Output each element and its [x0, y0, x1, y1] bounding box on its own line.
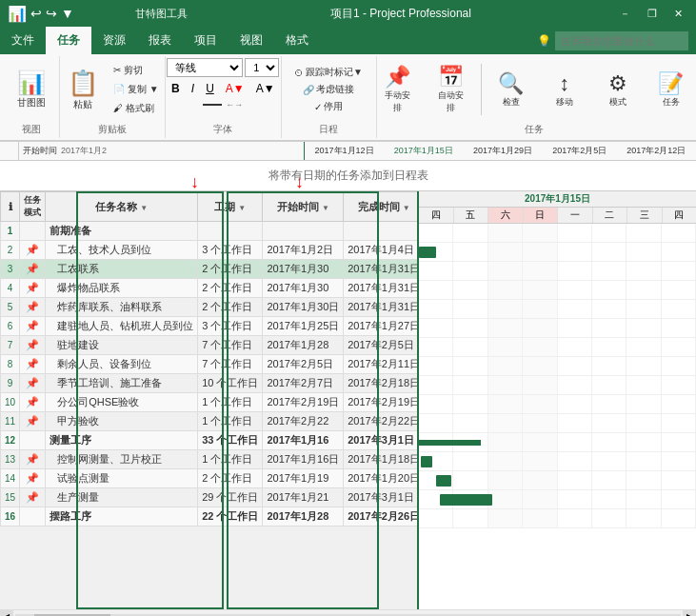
task-name-cell[interactable]: 剩余人员、设备到位 [46, 355, 198, 374]
tab-resource[interactable]: 资源 [91, 27, 137, 54]
cut-button[interactable]: ✂ 剪切 [109, 62, 163, 79]
task-name-cell[interactable]: 控制网测量、卫片校正 [46, 450, 198, 469]
task-name-cell[interactable]: 炸药库联系、油料联系 [46, 298, 198, 317]
table-row[interactable]: 3 📌 工农联系 2 个工作日 2017年1月30 2017年1月31日 [1, 260, 420, 279]
scroll-right-button[interactable]: ▶ [683, 610, 696, 617]
scroll-left-button[interactable]: ◀ [0, 610, 13, 617]
table-row[interactable]: 16 摆路工序 22 个工作日 2017年1月28 2017年2月26日 [1, 507, 420, 527]
task-name-cell[interactable]: 测量工序 [46, 431, 198, 450]
tell-me-input[interactable] [555, 31, 688, 50]
task-button[interactable]: 📝 任务 [647, 67, 695, 113]
links-button[interactable]: 🔗 考虑链接 [303, 83, 354, 96]
font-color-button[interactable]: A▼ [221, 80, 249, 97]
group-schedule: ⏲ 跟踪时标记▼ 🔗 考虑链接 ✓ 停用 日程 [282, 56, 377, 138]
task-name-cell[interactable]: 前期准备 [46, 222, 198, 241]
highlight-button[interactable]: A▼ [251, 80, 280, 97]
gantt-day-thu2: 四 [663, 208, 697, 223]
restore-button[interactable]: ❐ [642, 6, 663, 22]
task-name-cell[interactable]: 季节工培训、施工准备 [46, 374, 198, 393]
table-row[interactable]: 4 📌 爆炸物品联系 2 个工作日 2017年1月30 2017年1月31日 [1, 279, 420, 298]
task-duration-cell: 10 个工作日 [198, 374, 263, 393]
font-size-select[interactable]: 11 [245, 58, 279, 77]
task-name-cell[interactable]: 摆路工序 [46, 507, 198, 527]
schedule-content: ⏲ 跟踪时标记▼ 🔗 考虑链接 ✓ 停用 [294, 58, 363, 121]
col-name[interactable]: 任务名称 ▼ [46, 192, 198, 222]
task-mode-cell: 📌 [20, 374, 46, 393]
italic-button[interactable]: I [187, 80, 199, 97]
row-num: 2 [1, 241, 20, 260]
mode-button[interactable]: ⚙ 模式 [594, 67, 642, 113]
gantt-bar [419, 440, 481, 446]
task-name-cell[interactable]: 分公司QHSE验收 [46, 393, 198, 412]
auto-schedule-button[interactable]: 📅 自动安排 [428, 60, 475, 119]
task-start-cell: 2017年1月21 [263, 488, 344, 507]
track-button[interactable]: ⏲ 跟踪时标记▼ [294, 66, 363, 79]
task-duration-cell: 2 个工作日 [198, 279, 263, 298]
gantt-row [419, 224, 696, 243]
task-duration-cell: 2 个工作日 [198, 260, 263, 279]
format-painter-button[interactable]: 🖌 格式刷 [109, 100, 163, 117]
task-name-cell[interactable]: 生产测量 [46, 488, 198, 507]
redo-button[interactable]: ↪ [46, 6, 57, 21]
table-row[interactable]: 9 📌 季节工培训、施工准备 10 个工作日 2017年2月7日 2017年2月… [1, 374, 420, 393]
gantt-view-button[interactable]: 📊 甘图图 [8, 65, 55, 114]
underline-button[interactable]: U [201, 80, 219, 97]
row-num: 9 [1, 374, 20, 393]
task-start-cell: 2017年1月28 [263, 336, 344, 355]
h-scrollbar[interactable]: ◀ ▶ [0, 609, 696, 616]
task-name-cell[interactable]: 爆炸物品联系 [46, 279, 198, 298]
col-end[interactable]: 完成时间 ▼ [344, 192, 419, 222]
tab-file[interactable]: 文件 [0, 27, 46, 54]
qa-dropdown[interactable]: ▼ [61, 6, 74, 21]
task-start-cell: 2017年1月30 [263, 260, 344, 279]
gantt-row [419, 319, 696, 338]
task-name-cell[interactable]: 甲方验收 [46, 412, 198, 431]
close-button[interactable]: ✕ [668, 6, 688, 22]
paste-button[interactable]: 📋 粘贴 [61, 64, 105, 116]
gantt-row [419, 376, 696, 395]
table-row[interactable]: 12 测量工序 33 个工作日 2017年1月16 2017年3月1日 [1, 431, 420, 450]
tab-project[interactable]: 项目 [183, 27, 229, 54]
tab-report[interactable]: 报表 [137, 27, 183, 54]
task-name-cell[interactable]: 驻地建设 [46, 336, 198, 355]
tab-format[interactable]: 格式 [274, 27, 320, 54]
task-name-cell[interactable]: 试验点测量 [46, 469, 198, 488]
bold-button[interactable]: B [167, 80, 185, 97]
task-name-cell[interactable]: 建驻地人员、钻机班人员到位 [46, 317, 198, 336]
table-row[interactable]: 8 📌 剩余人员、设备到位 7 个工作日 2017年2月5日 2017年2月11… [1, 355, 420, 374]
minimize-button[interactable]: － [614, 5, 636, 23]
move-button[interactable]: ↕ 移动 [541, 67, 588, 113]
view-buttons: 📊 甘图图 [8, 58, 55, 121]
gantt-rows [419, 224, 696, 528]
stop-button[interactable]: ✓ 停用 [314, 100, 343, 113]
manual-schedule-button[interactable]: 📌 手动安排 [374, 60, 422, 119]
table-row[interactable]: 14 📌 试验点测量 2 个工作日 2017年1月19 2017年1月20日 [1, 469, 420, 488]
red-arrow-left: ↓ [190, 173, 199, 190]
col-start[interactable]: 开始时间 ▼ [263, 192, 344, 222]
task-name-cell[interactable]: 工农联系 [46, 260, 198, 279]
table-row[interactable]: 5 📌 炸药库联系、油料联系 2 个工作日 2017年1月30日 2017年1月… [1, 298, 420, 317]
table-row[interactable]: 7 📌 驻地建设 7 个工作日 2017年1月28 2017年2月5日 [1, 336, 420, 355]
table-row[interactable]: 2 📌 工农、技术人员到位 3 个工作日 2017年1月2日 2017年1月4日 [1, 241, 420, 260]
tab-view[interactable]: 视图 [229, 27, 274, 54]
timeline-dates: 2017年1月12日 2017年1月15日 2017年1月29日 2017年2月… [305, 142, 696, 160]
font-family-select[interactable]: 等线 [167, 58, 243, 77]
task-duration-cell: 22 个工作日 [198, 507, 263, 527]
undo-button[interactable]: ↩ [30, 6, 42, 21]
auto-schedule-icon: 📅 [438, 65, 464, 89]
table-row[interactable]: 6 📌 建驻地人员、钻机班人员到位 3 个工作日 2017年1月25日 2017… [1, 317, 420, 336]
table-row[interactable]: 13 📌 控制网测量、卫片校正 1 个工作日 2017年1月16日 2017年1… [1, 450, 420, 469]
table-row[interactable]: 11 📌 甲方验收 1 个工作日 2017年2月22 2017年2月22日 [1, 412, 420, 431]
inspect-button[interactable]: 🔍 检查 [487, 67, 535, 113]
quick-access-toolbar: ↩ ↪ ▼ [30, 6, 74, 21]
tab-task[interactable]: 任务 [46, 27, 91, 54]
table-row[interactable]: 10 📌 分公司QHSE验收 1 个工作日 2017年2月19日 2017年2月… [1, 393, 420, 412]
links-label: 考虑链接 [316, 83, 354, 96]
copy-button[interactable]: 📄 复制 ▼ [109, 81, 163, 98]
col-duration[interactable]: 工期 ▼ [198, 192, 263, 222]
task-start-cell: 2017年1月30 [263, 279, 344, 298]
task-end-cell: 2017年1月27日 [344, 317, 419, 336]
task-name-cell[interactable]: 工农、技术人员到位 [46, 241, 198, 260]
table-row[interactable]: 15 📌 生产测量 29 个工作日 2017年1月21 2017年3月1日 [1, 488, 420, 507]
table-row[interactable]: 1 前期准备 [1, 222, 420, 241]
